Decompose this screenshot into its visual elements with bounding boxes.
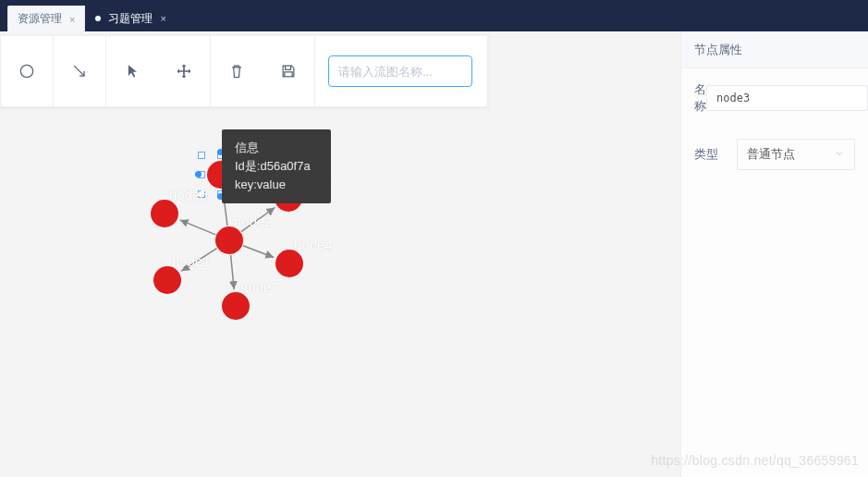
arrow-diag-icon [70,62,89,80]
tab-label: 资源管理 [18,11,62,27]
tooltip-line: Id是:d56a0f7a [235,157,318,176]
graph-node[interactable]: node7 [222,292,250,320]
circle-tool-button[interactable] [1,36,53,106]
move-icon [175,62,193,80]
close-icon[interactable]: × [160,13,165,24]
toolbar-search [328,55,487,87]
side-panel-title: 节点属性 [681,31,868,68]
side-panel-body: 名称 类型 普通节点 [681,68,868,207]
graph-node[interactable]: node5 [151,200,178,227]
type-select-value: 普通节点 [747,146,795,163]
pointer-icon [123,62,141,80]
dirty-dot-icon [95,16,101,21]
name-label: 名称 [694,81,706,115]
toolbar [0,35,488,107]
save-button[interactable] [263,36,314,106]
graph-node[interactable]: node1 [153,266,181,294]
canvas-wrap: node2node3node5node6node1node4node7 信息 I… [0,31,680,477]
selection-handle[interactable] [198,190,205,198]
graph-edge [231,255,235,289]
circle-icon [18,62,36,80]
selection-anchor[interactable] [195,171,202,177]
name-field[interactable] [706,85,868,111]
form-row-name: 名称 [694,81,855,115]
side-panel: 节点属性 名称 类型 普通节点 [680,31,868,477]
graph-edge [180,220,216,235]
close-icon[interactable]: × [69,14,75,25]
tooltip: 信息 Id是:d56a0f7a key:value [222,129,331,203]
svg-line-1 [74,66,84,76]
tooltip-title: 信息 [235,139,318,157]
type-select[interactable]: 普通节点 [737,139,855,170]
trash-icon [227,62,246,80]
form-row-type: 类型 普通节点 [694,139,855,170]
svg-point-0 [20,65,32,77]
tooltip-line: key:value [235,176,318,194]
graph-node[interactable]: node2 [215,226,243,254]
tab-label: 习题管理 [108,11,153,27]
tab-exercises[interactable]: 习题管理 × [85,6,176,31]
content: node2node3node5node6node1node4node7 信息 I… [0,31,868,477]
save-icon [279,62,298,80]
chevron-down-icon [834,148,845,162]
graph-edges [0,115,680,477]
delete-button[interactable] [211,36,263,106]
graph-edge [243,246,274,258]
selection-handle[interactable] [198,152,205,159]
graph-edge [181,249,216,272]
graph-edge [241,208,275,232]
pointer-tool-button[interactable] [106,36,158,106]
arrow-tool-button[interactable] [54,36,105,106]
move-tool-button[interactable] [158,36,210,106]
graph-node[interactable]: node4 [275,250,303,277]
graph-canvas[interactable]: node2node3node5node6node1node4node7 [0,115,680,477]
tab-resources[interactable]: 资源管理 × [7,6,85,31]
tabs-bar: 资源管理 × 习题管理 × [0,0,868,31]
type-label: 类型 [694,146,737,163]
flow-name-input[interactable] [328,55,472,87]
